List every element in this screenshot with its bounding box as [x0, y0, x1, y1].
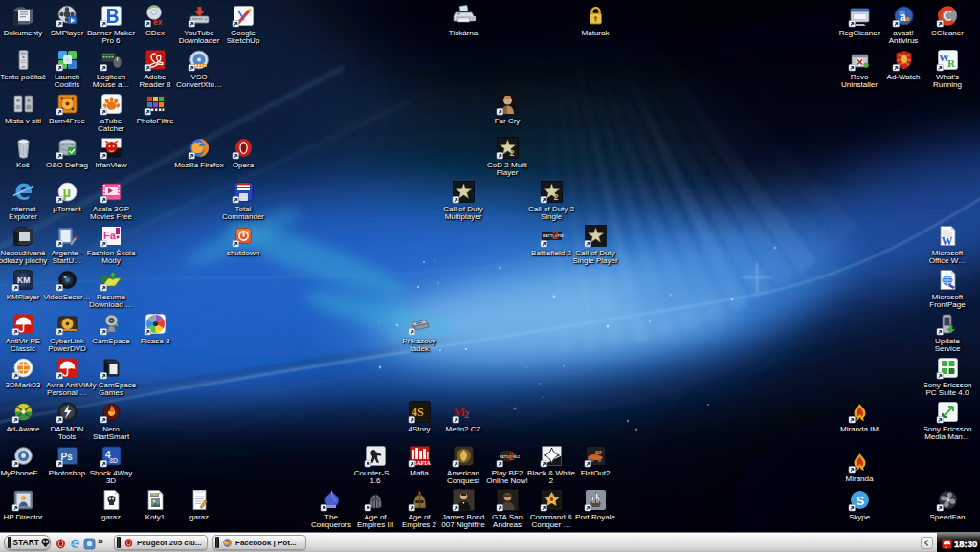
svg-text:µ: µ — [62, 184, 71, 200]
svg-text:Ps: Ps — [60, 452, 73, 462]
svg-text:18:30: 18:30 — [954, 538, 977, 548]
svg-text:Fa: Fa — [103, 230, 117, 241]
svg-text:2: 2 — [552, 230, 558, 241]
svg-text:2: 2 — [464, 409, 469, 420]
svg-text:02: 02 — [595, 450, 602, 455]
svg-text:a: a — [900, 11, 906, 24]
svg-text:2: 2 — [553, 192, 558, 202]
svg-text:W: W — [941, 234, 952, 248]
svg-text:KM: KM — [17, 276, 30, 285]
svg-text:2: 2 — [508, 452, 514, 462]
svg-text:3D: 3D — [109, 457, 118, 464]
svg-text:2: 2 — [509, 148, 514, 158]
svg-text:ex: ex — [153, 17, 163, 27]
svg-text:R: R — [947, 57, 956, 69]
svg-text:PNG: PNG — [150, 493, 158, 497]
svg-text:S: S — [856, 494, 864, 508]
